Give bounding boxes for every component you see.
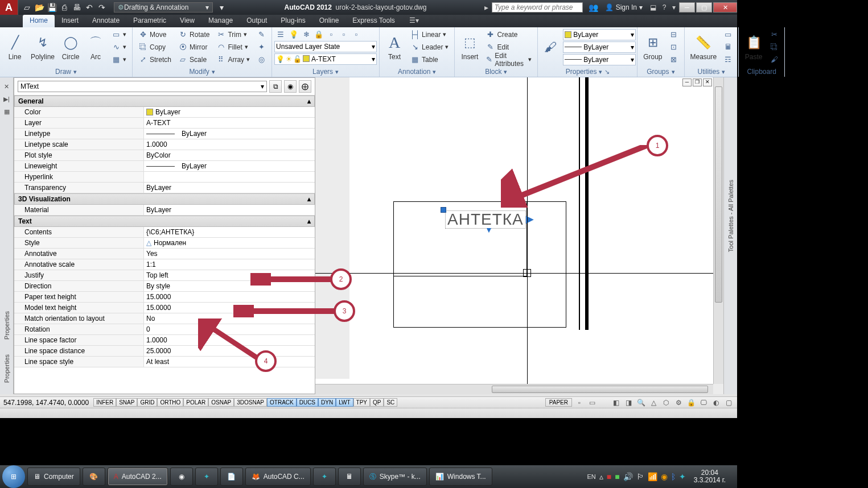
prop-row[interactable]: DirectionBy style bbox=[14, 281, 315, 292]
autohide-icon[interactable]: ▶| bbox=[2, 94, 11, 104]
toggle-snap[interactable]: SNAP bbox=[116, 398, 137, 407]
infocenter-expand-icon[interactable]: ▸ bbox=[484, 3, 488, 12]
layeroff-button[interactable]: ❄ bbox=[301, 28, 312, 40]
panel-utilities-label[interactable]: Utilities ▾ bbox=[685, 67, 739, 77]
task-paint[interactable]: 🎨 bbox=[83, 468, 105, 486]
task-firefox[interactable]: 🦊AutoCAD C... bbox=[245, 468, 311, 486]
action-center-icon[interactable]: 🏳 bbox=[636, 472, 644, 481]
qat-more-icon[interactable]: ▾ bbox=[216, 2, 227, 13]
prop-row[interactable]: Hyperlink bbox=[14, 172, 315, 183]
linear-button[interactable]: ├┤Linear ▾ bbox=[409, 29, 450, 40]
task-app2[interactable]: ✦ bbox=[313, 468, 336, 486]
tab-insert[interactable]: Insert bbox=[55, 15, 85, 27]
space-toggle[interactable]: PAPER bbox=[545, 398, 572, 407]
prop-row[interactable]: LinetypeByLayer bbox=[14, 129, 315, 139]
toggle-polar[interactable]: POLAR bbox=[183, 398, 208, 407]
grip-icon[interactable] bbox=[441, 207, 446, 213]
layerstate-dropdown[interactable]: Unsaved Layer State▾ bbox=[274, 41, 377, 52]
color-dropdown[interactable]: ByLayer▾ bbox=[563, 29, 636, 40]
tray-app2-icon[interactable]: ■ bbox=[615, 472, 619, 481]
rotate-button[interactable]: ↻Rotate bbox=[177, 29, 211, 40]
language-indicator[interactable]: EN bbox=[587, 473, 595, 480]
prop-category[interactable]: Text▴ bbox=[14, 216, 315, 227]
toggle-otrack[interactable]: OTRACK bbox=[267, 398, 297, 407]
groupedit-button[interactable]: ⊡ bbox=[668, 42, 680, 53]
polyline-button[interactable]: ↯Polyline bbox=[27, 32, 58, 62]
prop-row[interactable]: Model text height15.0000 bbox=[14, 303, 315, 313]
selection-combo[interactable]: MText▾ bbox=[18, 81, 267, 92]
new-icon[interactable]: ▱ bbox=[22, 2, 32, 13]
ungroup-button[interactable]: ⊟ bbox=[668, 29, 680, 40]
task-notes[interactable]: 📄 bbox=[220, 468, 243, 486]
toggle-qp[interactable]: QP bbox=[370, 398, 384, 407]
table-button[interactable]: ▦Table bbox=[409, 54, 450, 65]
close-panel-icon[interactable]: ✕ bbox=[2, 82, 11, 91]
fillet-button[interactable]: ◠Fillet ▾ bbox=[215, 42, 251, 53]
tab-plugins[interactable]: Plug-ins bbox=[274, 15, 312, 27]
panel-layers-label[interactable]: Layers ▾ bbox=[272, 67, 379, 77]
tray-expand-icon[interactable]: ▵ bbox=[599, 472, 603, 481]
hardware-icon[interactable]: 🖵 bbox=[698, 398, 709, 408]
measure-button[interactable]: 📏Measure bbox=[687, 32, 721, 62]
minimize-button[interactable]: ─ bbox=[679, 2, 695, 13]
panel-modify-label[interactable]: Modify ▾ bbox=[133, 67, 271, 77]
panel-groups-label[interactable]: Groups ▾ bbox=[637, 67, 684, 77]
edit-button[interactable]: ✎Edit bbox=[484, 42, 533, 53]
stretch-button[interactable]: ⤢Stretch bbox=[137, 54, 172, 65]
selsimilar-button[interactable]: ☶ bbox=[722, 54, 734, 65]
prop-row[interactable]: LineweightByLayer bbox=[14, 161, 315, 172]
search-input[interactable] bbox=[492, 2, 583, 13]
toolbar-lock-icon[interactable]: 🔒 bbox=[686, 398, 696, 408]
toggle-infer[interactable]: INFER bbox=[93, 398, 116, 407]
prop-row[interactable]: Contents{\C6;АНТЕТКА} bbox=[14, 227, 315, 238]
toggle-tpy[interactable]: TPY bbox=[353, 398, 370, 407]
array-button[interactable]: ⠿Array ▾ bbox=[215, 54, 251, 65]
toggle-dyn[interactable]: DYN bbox=[318, 398, 336, 407]
layeriso-button[interactable]: 💡 bbox=[288, 28, 299, 40]
task-wintask[interactable]: 📊Windows T... bbox=[429, 468, 492, 486]
offset-button[interactable]: ◎ bbox=[256, 54, 267, 65]
panel-annotation-label[interactable]: Annotation ▾ bbox=[380, 67, 454, 77]
prop-row[interactable]: Linetype scale1.0000 bbox=[14, 139, 315, 150]
lineweight-dropdown[interactable]: ByLayer▾ bbox=[563, 54, 636, 65]
panel-block-label[interactable]: Block ▾ bbox=[455, 67, 537, 77]
move-button[interactable]: ✥Move bbox=[137, 29, 172, 40]
task-app1[interactable]: ✦ bbox=[195, 468, 218, 486]
network-icon[interactable]: 📶 bbox=[648, 472, 657, 481]
help-icon[interactable]: ? bbox=[659, 3, 670, 11]
scrollbar-vertical[interactable] bbox=[713, 77, 723, 384]
quickselect-button[interactable]: ⧉ bbox=[269, 80, 282, 93]
layermore1-button[interactable]: ▫ bbox=[326, 28, 337, 40]
tab-home[interactable]: Home bbox=[23, 15, 55, 27]
prop-row[interactable]: Plot styleByColor bbox=[14, 150, 315, 161]
viewport[interactable]: АНТЕТКА ▶ ▼ ─ ❐ ✕ bbox=[315, 77, 713, 384]
task-skype[interactable]: ⓈSkype™ - k... bbox=[363, 468, 427, 486]
task-autocad[interactable]: AAutoCAD 2... bbox=[108, 468, 168, 486]
layerlock-button[interactable]: 🔒 bbox=[313, 28, 324, 40]
isolate-icon[interactable]: ◐ bbox=[711, 398, 721, 408]
annoauto-icon[interactable]: ⬡ bbox=[661, 398, 671, 408]
tab-view[interactable]: View bbox=[173, 15, 201, 27]
prop-category[interactable]: 3D Visualization▴ bbox=[14, 193, 315, 205]
editattr-button[interactable]: ✎Edit Attributes ▾ bbox=[484, 54, 533, 65]
bluetooth-icon[interactable]: ᛒ bbox=[671, 472, 676, 481]
task-computer[interactable]: 🖥Computer bbox=[27, 468, 80, 486]
app-logo-icon[interactable]: A bbox=[0, 0, 18, 15]
quickview-icon[interactable]: ◧ bbox=[611, 398, 621, 408]
prop-row[interactable]: Rotation0 bbox=[14, 324, 315, 335]
prop-row[interactable]: LayerA-TEXT bbox=[14, 118, 315, 129]
annoscale-icon[interactable]: 🔍 bbox=[636, 398, 646, 408]
open-icon[interactable]: 📂 bbox=[34, 2, 44, 13]
insert-button[interactable]: ⬚Insert bbox=[457, 32, 482, 62]
panel-draw-label[interactable]: Draw ▾ bbox=[0, 67, 132, 77]
panel-properties-label[interactable]: Properties ▾ ↘ bbox=[538, 67, 637, 77]
doc-close-button[interactable]: ✕ bbox=[703, 78, 712, 86]
tab-parametric[interactable]: Parametric bbox=[126, 15, 173, 27]
signin-button[interactable]: 👤 Sign In ▾ bbox=[600, 3, 647, 11]
prop-row[interactable]: Paper text height15.0000 bbox=[14, 292, 315, 303]
layerprops-button[interactable]: ☰ bbox=[274, 28, 287, 40]
prop-row[interactable]: TransparencyByLayer bbox=[14, 183, 315, 193]
layer-dropdown[interactable]: 💡☀🔓 A-TEXT▾ bbox=[274, 53, 377, 65]
autodesk360-icon[interactable]: 👥 bbox=[586, 3, 600, 12]
circle-button[interactable]: ◯Circle bbox=[58, 32, 83, 62]
